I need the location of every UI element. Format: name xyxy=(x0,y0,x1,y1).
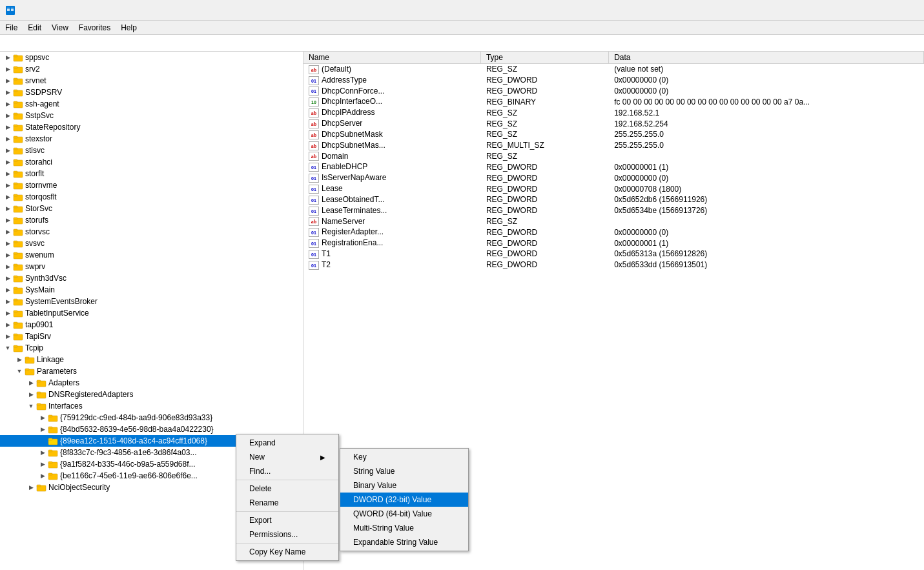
expander-icon[interactable]: ▶ xyxy=(3,285,13,295)
tree-item-storufs[interactable]: ▶ storufs xyxy=(0,214,303,226)
context-menu-item-delete[interactable]: Delete xyxy=(236,482,338,496)
submenu-item-stringValue[interactable]: String Value xyxy=(340,464,468,478)
submenu-item-dwordValue[interactable]: DWORD (32-bit) Value xyxy=(340,493,468,507)
table-row[interactable]: 01LeaseObtainedT...REG_DWORD0x5d652db6 (… xyxy=(303,194,924,205)
submenu-item-expandableStringValue[interactable]: Expandable String Value xyxy=(340,535,468,549)
table-row[interactable]: abDomainREG_SZ xyxy=(303,151,924,162)
menu-view[interactable]: View xyxy=(46,22,74,34)
tree-item-storvsc[interactable]: ▶ storvsc xyxy=(0,226,303,238)
expander-icon[interactable]: ▶ xyxy=(3,52,13,63)
context-menu-item-permissions[interactable]: Permissions... xyxy=(236,527,338,542)
table-row[interactable]: 01AddressTypeREG_DWORD0x00000000 (0) xyxy=(303,75,924,86)
context-menu-item-expand[interactable]: Expand xyxy=(236,436,338,450)
tree-item-Linkage[interactable]: ▶ Linkage xyxy=(0,354,303,365)
expander-icon[interactable]: ▶ xyxy=(37,412,48,423)
tree-item-stisvc[interactable]: ▶ stisvc xyxy=(0,145,303,156)
expander-icon[interactable]: ▶ xyxy=(3,145,13,156)
table-row[interactable]: abNameServerREG_SZ xyxy=(303,216,924,227)
expander-icon[interactable]: ▶ xyxy=(3,192,13,202)
tree-item-SstpSvc[interactable]: ▶ SstpSvc xyxy=(0,110,303,121)
tree-item-stornvme[interactable]: ▶ stornvme xyxy=(0,179,303,191)
expander-icon[interactable]: ▶ xyxy=(3,320,13,330)
tree-item-Synth3dVsc[interactable]: ▶ Synth3dVsc xyxy=(0,272,303,284)
expander-icon[interactable]: ▶ xyxy=(3,250,13,260)
expander-icon[interactable]: ▶ xyxy=(3,227,13,237)
menu-favorites[interactable]: Favorites xyxy=(74,22,116,34)
expander-icon[interactable]: ▶ xyxy=(3,168,13,179)
menu-edit[interactable]: Edit xyxy=(23,22,46,34)
table-row[interactable]: ab(Default)REG_SZ(value not set) xyxy=(303,64,924,75)
context-menu-item-find[interactable]: Find... xyxy=(236,464,338,478)
expander-icon[interactable]: ▶ xyxy=(3,122,13,132)
expander-icon[interactable]: ▶ xyxy=(26,389,36,400)
tree-item-Adapters[interactable]: ▶ Adapters xyxy=(0,377,303,389)
expander-icon[interactable]: ▼ xyxy=(3,343,13,353)
tree-item-Tcpip[interactable]: ▼ Tcpip xyxy=(0,342,303,354)
maximize-button[interactable] xyxy=(859,0,889,21)
expander-icon[interactable]: ▶ xyxy=(3,215,13,225)
expander-icon[interactable]: ▶ xyxy=(3,76,13,86)
expander-icon[interactable]: ▶ xyxy=(3,64,13,74)
tree-item-guid1[interactable]: ▶ {759129dc-c9ed-484b-aa9d-906e83d93a33} xyxy=(0,412,303,423)
expander-icon[interactable]: ▶ xyxy=(3,261,13,272)
expander-icon[interactable]: ▶ xyxy=(3,180,13,190)
expander-icon[interactable]: ▶ xyxy=(26,378,36,388)
tree-item-storflt[interactable]: ▶ storflt xyxy=(0,168,303,179)
tree-item-TabletInputService[interactable]: ▶ TabletInputService xyxy=(0,307,303,319)
tree-item-swenum[interactable]: ▶ swenum xyxy=(0,249,303,261)
tree-item-SysMain[interactable]: ▶ SysMain xyxy=(0,284,303,296)
table-row[interactable]: 01LeaseREG_DWORD0x00000708 (1800) xyxy=(303,183,924,194)
table-row[interactable]: 10DhcpInterfaceO...REG_BINARYfc 00 00 00… xyxy=(303,96,924,107)
tree-item-tap0901[interactable]: ▶ tap0901 xyxy=(0,319,303,331)
expander-icon[interactable]: ▶ xyxy=(3,308,13,318)
expander-icon[interactable]: ▼ xyxy=(14,366,25,376)
context-menu-item-rename[interactable]: Rename xyxy=(236,496,338,510)
table-row[interactable]: 01EnableDHCPREG_DWORD0x00000001 (1) xyxy=(303,161,924,172)
context-menu-item-copyKeyName[interactable]: Copy Key Name xyxy=(236,545,338,559)
tree-item-storahci[interactable]: ▶ storahci xyxy=(0,156,303,168)
tree-item-Interfaces[interactable]: ▼ Interfaces xyxy=(0,400,303,412)
table-row[interactable]: 01LeaseTerminates...REG_DWORD0x5d6534be … xyxy=(303,205,924,216)
tree-item-DNSRegisteredAdapters[interactable]: ▶ DNSRegisteredAdapters xyxy=(0,389,303,400)
submenu-item-key[interactable]: Key xyxy=(340,450,468,464)
tree-item-Parameters[interactable]: ▼ Parameters xyxy=(0,365,303,377)
tree-item-ssh-agent[interactable]: ▶ ssh-agent xyxy=(0,98,303,110)
context-menu-item-new[interactable]: New▶ xyxy=(236,450,338,464)
expander-icon[interactable]: ▶ xyxy=(37,447,48,458)
expander-icon[interactable]: ▶ xyxy=(14,354,25,365)
table-row[interactable]: 01T1REG_DWORD0x5d65313a (1566912826) xyxy=(303,249,924,260)
table-row[interactable]: 01RegisterAdapter...REG_DWORD0x00000000 … xyxy=(303,227,924,238)
tree-item-srvnet[interactable]: ▶ srvnet xyxy=(0,75,303,87)
table-row[interactable]: abDhcpIPAddressREG_SZ192.168.52.1 xyxy=(303,107,924,118)
close-button[interactable] xyxy=(889,0,919,21)
table-row[interactable]: 01IsServerNapAwareREG_DWORD0x00000000 (0… xyxy=(303,172,924,183)
tree-item-StateRepository[interactable]: ▶ StateRepository xyxy=(0,121,303,133)
expander-icon[interactable] xyxy=(37,436,48,446)
expander-icon[interactable]: ▶ xyxy=(26,482,36,493)
tree-item-SSDPSRV[interactable]: ▶ SSDPSRV xyxy=(0,87,303,98)
minimize-button[interactable] xyxy=(830,0,859,21)
table-row[interactable]: abDhcpSubnetMas...REG_MULTI_SZ255.255.25… xyxy=(303,140,924,151)
expander-icon[interactable]: ▶ xyxy=(3,157,13,167)
context-menu-item-export[interactable]: Export xyxy=(236,513,338,527)
expander-icon[interactable]: ▶ xyxy=(3,296,13,307)
tree-item-svsvc[interactable]: ▶ svsvc xyxy=(0,238,303,249)
expander-icon[interactable]: ▶ xyxy=(3,99,13,109)
tree-item-sppsvc[interactable]: ▶ sppsvc xyxy=(0,52,303,63)
expander-icon[interactable]: ▶ xyxy=(3,273,13,283)
tree-item-storqosflt[interactable]: ▶ storqosflt xyxy=(0,191,303,203)
expander-icon[interactable]: ▶ xyxy=(37,424,48,434)
expander-icon[interactable]: ▶ xyxy=(3,87,13,97)
table-row[interactable]: abDhcpServerREG_SZ192.168.52.254 xyxy=(303,118,924,129)
expander-icon[interactable]: ▶ xyxy=(3,238,13,249)
table-row[interactable]: abDhcpSubnetMaskREG_SZ255.255.255.0 xyxy=(303,129,924,140)
menu-file[interactable]: File xyxy=(0,22,23,34)
submenu-item-qwordValue[interactable]: QWORD (64-bit) Value xyxy=(340,507,468,521)
expander-icon[interactable]: ▶ xyxy=(3,134,13,144)
tree-item-swprv[interactable]: ▶ swprv xyxy=(0,261,303,272)
expander-icon[interactable]: ▶ xyxy=(3,331,13,341)
expander-icon[interactable]: ▶ xyxy=(3,203,13,214)
tree-item-SystemEventsBroker[interactable]: ▶ SystemEventsBroker xyxy=(0,296,303,307)
submenu-item-binaryValue[interactable]: Binary Value xyxy=(340,478,468,493)
submenu-item-multiStringValue[interactable]: Multi-String Value xyxy=(340,521,468,535)
